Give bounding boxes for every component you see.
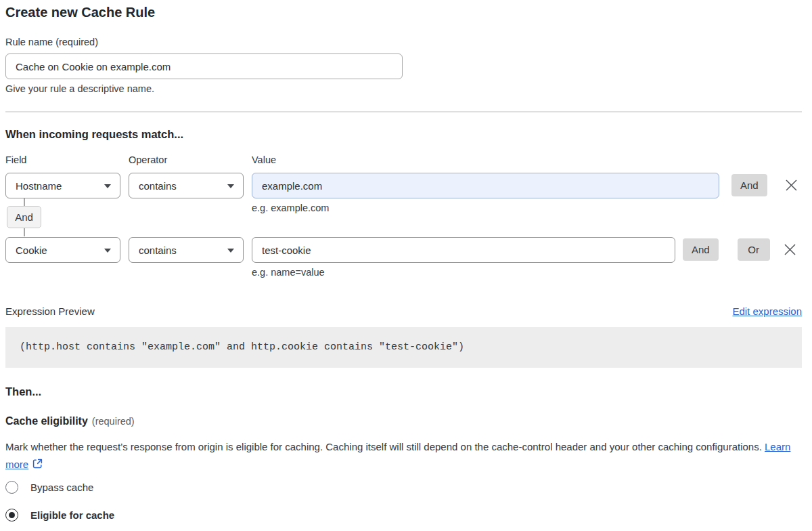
cache-eligibility-description: Mark whether the request’s response from… — [5, 438, 794, 473]
radio-option-eligible-for-cache[interactable]: Eligible for cache — [5, 509, 802, 522]
field-select-value: Hostname — [16, 180, 62, 192]
required-note: (required) — [92, 416, 135, 427]
condition-row: Cookie contains e.g. name=value And Or — [5, 237, 802, 278]
match-column-labels: Field Operator Value — [5, 155, 802, 165]
value-hint: e.g. name=value — [252, 268, 675, 278]
operator-column-label: Operator — [129, 155, 252, 165]
value-column-label: Value — [252, 155, 276, 165]
field-select[interactable]: Cookie — [5, 237, 120, 263]
cache-eligibility-heading: Cache eligibility(required) — [5, 415, 802, 428]
rule-name-helper: Give your rule a descriptive name. — [5, 84, 802, 94]
field-select-value: Cookie — [16, 245, 47, 256]
chevron-down-icon — [104, 184, 111, 188]
external-link-icon — [32, 458, 43, 469]
description-text: Mark whether the request’s response from… — [5, 441, 762, 452]
field-column: Cookie — [5, 237, 120, 263]
rule-name-input[interactable] — [5, 54, 403, 79]
field-column-label: Field — [5, 155, 129, 165]
field-column: Hostname And — [5, 173, 120, 236]
edit-expression-link[interactable]: Edit expression — [732, 305, 802, 317]
operator-select[interactable]: contains — [129, 237, 244, 263]
value-column: e.g. name=value — [252, 237, 675, 278]
value-column: e.g. example.com — [252, 173, 719, 213]
radio-unselected-icon — [5, 481, 18, 494]
and-button[interactable]: And — [731, 174, 767, 196]
operator-select-value: contains — [139, 245, 177, 256]
operator-select[interactable]: contains — [129, 173, 244, 198]
connector-line — [24, 198, 25, 206]
remove-condition-button[interactable] — [784, 243, 796, 256]
value-input[interactable] — [252, 237, 675, 263]
create-cache-rule-page: Create new Cache Rule Rule name (require… — [0, 0, 812, 522]
match-heading: When incoming requests match... — [5, 127, 802, 141]
radio-label: Eligible for cache — [30, 509, 114, 521]
expression-preview-label: Expression Preview — [5, 306, 95, 317]
chevron-down-icon — [227, 249, 234, 253]
field-select[interactable]: Hostname — [5, 173, 120, 198]
cache-eligibility-title: Cache eligibility — [5, 415, 88, 427]
operator-column: contains — [129, 173, 244, 198]
operator-select-value: contains — [139, 180, 177, 192]
radio-dot — [9, 512, 15, 518]
expression-preview-code: (http.host contains "example.com" and ht… — [5, 327, 802, 368]
close-icon — [784, 243, 796, 256]
operator-column: contains — [129, 237, 244, 263]
chevron-down-icon — [104, 249, 111, 253]
radio-selected-icon — [5, 509, 18, 522]
and-button[interactable]: And — [683, 238, 719, 261]
close-icon — [785, 179, 798, 192]
condition-connector: And — [5, 198, 120, 236]
condition-row: Hostname And contains e.g. example.com A… — [5, 173, 802, 236]
value-input[interactable] — [252, 173, 719, 198]
radio-label: Bypass cache — [30, 482, 93, 493]
value-hint: e.g. example.com — [252, 203, 719, 213]
section-divider — [5, 111, 802, 112]
add-and-condition-button[interactable]: And — [7, 206, 41, 228]
expression-preview-header: Expression Preview Edit expression — [5, 305, 802, 317]
then-heading: Then... — [5, 385, 802, 398]
or-button[interactable]: Or — [738, 238, 770, 261]
chevron-down-icon — [227, 184, 234, 188]
rule-name-label: Rule name (required) — [5, 37, 802, 47]
connector-line — [24, 228, 25, 236]
radio-option-bypass-cache[interactable]: Bypass cache — [5, 481, 802, 494]
remove-condition-button[interactable] — [785, 179, 798, 192]
page-title: Create new Cache Rule — [5, 4, 802, 20]
